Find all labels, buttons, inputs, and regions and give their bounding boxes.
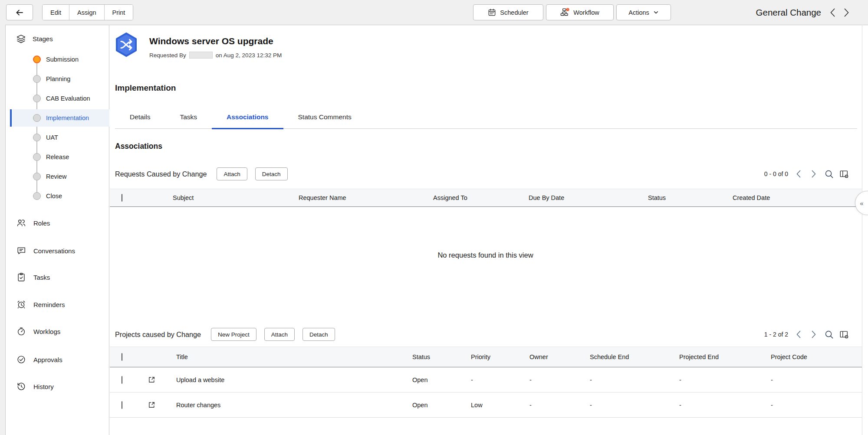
prev-template-button[interactable]	[827, 6, 838, 19]
stage-item-uat[interactable]: UAT	[10, 129, 109, 146]
projects-section-title: Projects caused by Change	[115, 330, 201, 339]
column-header-due-by-date[interactable]: Due By Date	[518, 194, 637, 201]
search-icon[interactable]	[824, 330, 834, 339]
column-header-projected-end[interactable]: Projected End	[668, 353, 760, 360]
stage-label: Implementation	[46, 114, 89, 121]
column-header-schedule-end[interactable]: Schedule End	[579, 353, 668, 360]
project-title[interactable]: Upload a website	[162, 376, 401, 383]
workflow-icon	[560, 8, 569, 17]
sidebar-item-reminders[interactable]: Reminders	[6, 295, 109, 314]
projects-range-label: 1 - 2 of 2	[764, 331, 788, 338]
layers-icon	[16, 34, 26, 44]
back-button[interactable]	[6, 4, 33, 20]
column-header-owner[interactable]: Owner	[519, 353, 579, 360]
chevron-right-icon[interactable]	[809, 330, 819, 339]
scheduler-button[interactable]: Scheduler	[473, 4, 543, 20]
template-navigator: General Change	[756, 0, 852, 25]
stage-item-implementation[interactable]: Implementation	[10, 109, 109, 127]
project-projected-end: -	[668, 376, 760, 383]
column-header-subject[interactable]: Subject	[162, 194, 288, 201]
project-title[interactable]: Router changes	[162, 402, 401, 409]
stage-label: Release	[46, 154, 69, 160]
table-row[interactable]: Upload a website Open - - - - -	[110, 367, 862, 392]
arrow-left-icon	[15, 8, 24, 17]
project-schedule-end: -	[579, 402, 668, 409]
row-checkbox[interactable]	[122, 376, 122, 384]
project-owner: -	[519, 376, 579, 383]
projects-attach-button[interactable]: Attach	[264, 328, 295, 341]
next-template-button[interactable]	[841, 6, 852, 19]
workflow-label: Workflow	[573, 9, 599, 16]
new-project-button[interactable]: New Project	[211, 328, 256, 341]
row-checkbox[interactable]	[122, 401, 122, 409]
requests-attach-button[interactable]: Attach	[217, 167, 247, 180]
tab-tasks[interactable]: Tasks	[165, 106, 212, 128]
tab-status-comments[interactable]: Status Comments	[283, 106, 366, 128]
requests-pagination: 0 - 0 of 0	[764, 169, 849, 179]
stage-item-release[interactable]: Release	[10, 148, 109, 166]
project-priority: -	[460, 376, 519, 383]
open-external-icon[interactable]	[148, 401, 156, 409]
requests-detach-button[interactable]: Detach	[255, 167, 288, 180]
sidebar-item-approvals[interactable]: Approvals	[6, 350, 109, 369]
stage-item-planning[interactable]: Planning	[10, 70, 109, 88]
requested-on-label: on Aug 2, 2023 12:32 PM	[216, 52, 282, 59]
stage-dot	[33, 153, 41, 161]
search-icon[interactable]	[824, 169, 834, 179]
projects-toolbar: Projects caused by Change New Project At…	[115, 328, 335, 341]
approvals-icon	[16, 355, 26, 364]
worklogs-icon	[16, 327, 26, 336]
chevron-right-icon[interactable]	[809, 169, 819, 179]
tab-details[interactable]: Details	[115, 106, 165, 128]
conversations-icon	[16, 246, 26, 255]
actions-dropdown-button[interactable]: Actions	[616, 4, 671, 20]
column-header-assigned-to[interactable]: Assigned To	[422, 194, 518, 201]
projects-detach-button[interactable]: Detach	[302, 328, 335, 341]
column-header-requester-name[interactable]: Requester Name	[288, 194, 422, 201]
project-status: Open	[401, 376, 460, 383]
sidebar-item-roles[interactable]: Roles	[6, 213, 109, 232]
select-all-checkbox[interactable]	[122, 353, 122, 361]
chevron-left-icon[interactable]	[794, 169, 803, 179]
column-header-project-code[interactable]: Project Code	[760, 353, 862, 360]
project-projected-end: -	[668, 402, 760, 409]
history-icon	[16, 382, 26, 391]
column-header-status[interactable]: Status	[637, 194, 722, 201]
column-header-priority[interactable]: Priority	[460, 353, 519, 360]
sidebar-item-tasks[interactable]: Tasks	[6, 268, 109, 287]
sidebar-item-worklogs[interactable]: Worklogs	[6, 322, 109, 341]
workflow-button[interactable]: Workflow	[546, 4, 614, 20]
stage-item-close[interactable]: Close	[10, 187, 109, 205]
select-all-checkbox[interactable]	[122, 194, 122, 202]
roles-icon	[16, 218, 26, 228]
chevron-left-icon[interactable]	[794, 330, 803, 339]
assign-button[interactable]: Assign	[69, 5, 105, 20]
associations-title: Associations	[115, 142, 162, 151]
stage-item-review[interactable]: Review	[10, 168, 109, 185]
stage-item-submission[interactable]: Submission	[10, 51, 109, 68]
sidebar-item-conversations[interactable]: Conversations	[6, 241, 109, 260]
column-header-created-date[interactable]: Created Date	[722, 194, 862, 201]
requests-table: Subject Requester Name Assigned To Due B…	[110, 189, 862, 207]
column-settings-icon[interactable]	[839, 330, 849, 339]
tab-associations[interactable]: Associations	[212, 106, 283, 128]
project-schedule-end: -	[579, 376, 668, 383]
column-settings-icon[interactable]	[839, 169, 849, 179]
sidebar-item-history[interactable]: History	[6, 377, 109, 396]
stage-item-cab-evaluation[interactable]: CAB Evaluation	[10, 90, 109, 107]
print-button[interactable]: Print	[105, 5, 133, 20]
sidebar-item-label: Approvals	[33, 356, 62, 363]
requests-range-label: 0 - 0 of 0	[764, 170, 788, 177]
table-row[interactable]: Router changes Open Low - - - -	[110, 392, 862, 418]
record-actions-group: Edit Assign Print	[42, 4, 133, 20]
requests-section-title: Requests Caused by Change	[115, 170, 207, 178]
column-header-status[interactable]: Status	[401, 353, 460, 360]
stages-title: Stages	[33, 35, 53, 43]
stages-header: Stages	[16, 34, 53, 44]
reminders-icon	[16, 300, 26, 309]
projects-pagination: 1 - 2 of 2	[764, 329, 849, 340]
column-header-title[interactable]: Title	[162, 353, 401, 360]
open-external-icon[interactable]	[148, 376, 156, 384]
edit-button[interactable]: Edit	[43, 5, 69, 20]
actions-label: Actions	[628, 9, 649, 16]
